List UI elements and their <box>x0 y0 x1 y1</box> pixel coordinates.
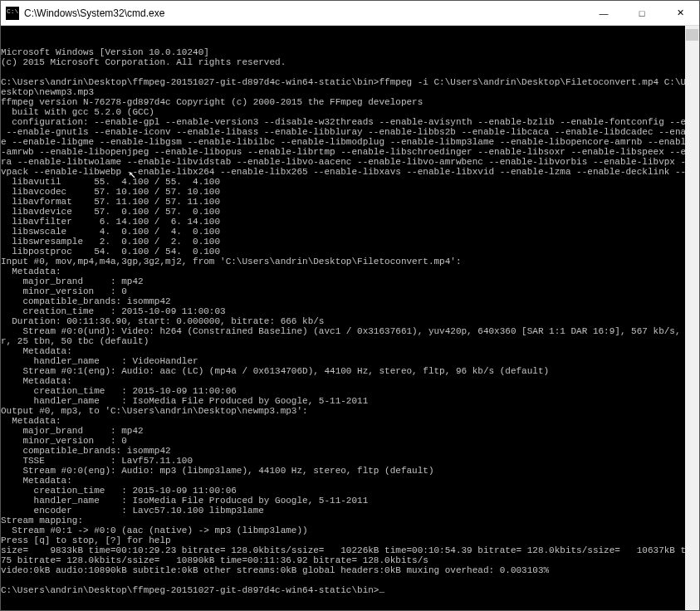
output-line: libavdevice 57. 0.100 / 57. 0.100 <box>1 207 699 217</box>
output-line: 75 bitrate= 128.0kbits/ssize= 10890kB ti… <box>1 555 699 565</box>
output-line: Metadata: <box>1 376 699 386</box>
output-line: Stream mapping: <box>1 516 699 525</box>
output-line: libpostproc 54. 0.100 / 54. 0.100 <box>1 247 699 257</box>
terminal-area[interactable]: Microsoft Windows [Version 10.0.10240](c… <box>1 26 699 610</box>
output-line: libavcodec 57. 10.100 / 57. 10.100 <box>1 187 699 197</box>
output-line: Stream #0:0(und): Video: h264 (Constrain… <box>1 326 699 336</box>
close-button[interactable]: ✕ <box>661 1 699 26</box>
output-line: Duration: 00:11:36.90, start: 0.000000, … <box>1 316 699 326</box>
output-line: libavutil 55. 4.100 / 55. 4.100 <box>1 177 699 187</box>
output-line: Stream #0:0(eng): Audio: mp3 (libmp3lame… <box>1 466 699 476</box>
output-line: C:\Users\andrin\Desktop\ffmpeg-20151027-… <box>1 77 699 87</box>
output-line: (c) 2015 Microsoft Corporation. All righ… <box>1 57 699 67</box>
minimize-button[interactable]: — <box>585 1 623 26</box>
vertical-scrollbar[interactable]: ▲ <box>685 26 699 610</box>
output-line: -amrwb --enable-libopenjpeg --enable-lib… <box>1 147 699 157</box>
output-line: Microsoft Windows [Version 10.0.10240] <box>1 47 699 57</box>
output-line: handler_name : VideoHandler <box>1 356 699 366</box>
window-title: C:\Windows\System32\cmd.exe <box>24 7 585 19</box>
output-line: Press [q] to stop, [?] for help <box>1 535 699 545</box>
output-line: esktop\newmp3.mp3 <box>1 87 699 97</box>
output-line: TSSE : Lavf57.11.100 <box>1 456 699 466</box>
output-line: --enable-gnutls --enable-iconv --enable-… <box>1 127 699 137</box>
output-line: minor_version : 0 <box>1 436 699 446</box>
output-line: configuration: --enable-gpl --enable-ver… <box>1 117 699 127</box>
maximize-button[interactable]: □ <box>623 1 661 26</box>
output-line: ffmpeg version N-76278-gd897d4c Copyrigh… <box>1 97 699 107</box>
output-line: handler_name : IsoMedia File Produced by… <box>1 496 699 506</box>
output-line: e --enable-libgme --enable-libgsm --enab… <box>1 137 699 147</box>
output-line: Metadata: <box>1 346 699 356</box>
scrollbar-thumb[interactable] <box>686 29 698 41</box>
output-line: compatible_brands: isommp42 <box>1 446 699 456</box>
output-line: vpack --enable-libwebp --enable-libx264 … <box>1 167 699 177</box>
output-line: Stream #0:1(eng): Audio: aac (LC) (mp4a … <box>1 366 699 376</box>
output-line: Input #0, mov,mp4,m4a,3gp,3g2,mj2, from … <box>1 257 699 266</box>
output-line: Metadata: <box>1 266 699 276</box>
terminal-output: Microsoft Windows [Version 10.0.10240](c… <box>1 47 699 595</box>
output-line: Metadata: <box>1 476 699 486</box>
output-line: video:0kB audio:10890kB subtitle:0kB oth… <box>1 565 699 575</box>
output-line: handler_name : IsoMedia File Produced by… <box>1 396 699 406</box>
output-line <box>1 575 699 585</box>
output-line: size= 9833kB time=00:10:29.23 bitrate= 1… <box>1 545 699 555</box>
prompt-line: C:\Users\andrin\Desktop\ffmpeg-20151027-… <box>1 585 699 595</box>
output-line: major_brand : mp42 <box>1 426 699 436</box>
output-line: libavformat 57. 11.100 / 57. 11.100 <box>1 197 699 207</box>
output-line: creation_time : 2015-10-09 11:00:03 <box>1 306 699 316</box>
output-line: r, 25 tbn, 50 tbc (default) <box>1 336 699 346</box>
output-line: minor_version : 0 <box>1 286 699 296</box>
output-line: compatible_brands: isommp42 <box>1 296 699 306</box>
output-line: Output #0, mp3, to 'C:\Users\andrin\Desk… <box>1 406 699 416</box>
output-line: Stream #0:1 -> #0:0 (aac (native) -> mp3… <box>1 525 699 535</box>
output-line: Metadata: <box>1 416 699 426</box>
titlebar[interactable]: C:\Windows\System32\cmd.exe — □ ✕ <box>1 1 699 26</box>
output-line: libavfilter 6. 14.100 / 6. 14.100 <box>1 217 699 227</box>
output-line: creation_time : 2015-10-09 11:00:06 <box>1 486 699 496</box>
output-line: built with gcc 5.2.0 (GCC) <box>1 107 699 117</box>
output-line: creation_time : 2015-10-09 11:00:06 <box>1 386 699 396</box>
output-line: libswscale 4. 0.100 / 4. 0.100 <box>1 227 699 237</box>
output-line <box>1 67 699 77</box>
window-controls: — □ ✕ <box>585 1 699 26</box>
output-line: libswresample 2. 0.100 / 2. 0.100 <box>1 237 699 247</box>
text-cursor: _ <box>379 584 384 594</box>
cmd-window: C:\Windows\System32\cmd.exe — □ ✕ Micros… <box>0 0 700 611</box>
output-line: ra --enable-libtwolame --enable-libvidst… <box>1 157 699 167</box>
cmd-icon <box>6 7 19 20</box>
output-line: encoder : Lavc57.10.100 libmp3lame <box>1 506 699 516</box>
output-line: major_brand : mp42 <box>1 276 699 286</box>
